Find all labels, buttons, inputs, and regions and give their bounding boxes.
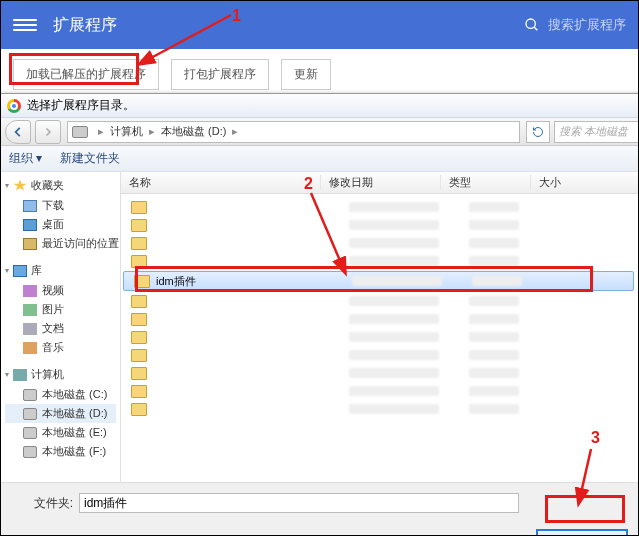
selected-folder-name: idm插件: [156, 274, 336, 289]
new-folder-button[interactable]: 新建文件夹: [60, 150, 120, 167]
list-item[interactable]: [121, 310, 639, 328]
sidebar-item-drive-d[interactable]: 本地磁盘 (D:): [5, 404, 116, 423]
organize-menu[interactable]: 组织 ▾: [9, 150, 42, 167]
dialog-title-text: 选择扩展程序目录。: [27, 97, 135, 114]
sidebar-item-pictures[interactable]: 图片: [5, 300, 116, 319]
folder-icon: [134, 275, 150, 288]
sidebar-item-videos[interactable]: 视频: [5, 281, 116, 300]
desktop-icon: [23, 219, 37, 231]
download-icon: [23, 200, 37, 212]
update-button[interactable]: 更新: [281, 59, 331, 90]
computer-icon: [13, 369, 27, 381]
list-item[interactable]: [121, 382, 639, 400]
document-icon: [23, 323, 37, 335]
folder-icon: [131, 385, 147, 398]
star-icon: [13, 180, 27, 192]
list-item[interactable]: [121, 400, 639, 418]
sidebar-head-favorites[interactable]: ▾收藏夹: [5, 178, 116, 193]
folder-icon: [131, 237, 147, 250]
music-icon: [23, 342, 37, 354]
col-name[interactable]: 名称: [121, 175, 321, 190]
folder-label: 文件夹:: [13, 495, 73, 512]
chrome-header: 扩展程序 搜索扩展程序: [1, 1, 638, 49]
nav-bar: ▸ 计算机 ▸ 本地磁盘 (D:) ▸ 搜索 本地磁盘: [1, 118, 639, 146]
folder-icon: [131, 349, 147, 362]
sidebar-item-downloads[interactable]: 下载: [5, 196, 116, 215]
load-unpacked-button[interactable]: 加载已解压的扩展程序: [13, 59, 159, 90]
list-item[interactable]: [121, 364, 639, 382]
arrow-left-icon: [11, 125, 25, 139]
list-item-selected[interactable]: idm插件: [123, 271, 634, 291]
sidebar-head-computer[interactable]: ▾计算机: [5, 367, 116, 382]
chrome-favicon-icon: [7, 99, 21, 113]
list-item[interactable]: [121, 198, 639, 216]
svg-line-1: [534, 27, 537, 30]
list-item[interactable]: [121, 328, 639, 346]
search-box[interactable]: 搜索扩展程序: [524, 16, 626, 34]
arrow-right-icon: [42, 126, 54, 138]
drive-icon: [23, 408, 37, 420]
col-size[interactable]: 大小: [531, 175, 639, 190]
folder-icon: [131, 255, 147, 268]
crumb-computer[interactable]: 计算机: [110, 124, 143, 139]
folder-input[interactable]: [79, 493, 519, 513]
nav-forward-button[interactable]: [35, 120, 61, 144]
pack-button[interactable]: 打包扩展程序: [171, 59, 269, 90]
column-headers: 名称 修改日期 类型 大小: [121, 172, 639, 194]
search-placeholder: 搜索扩展程序: [548, 16, 626, 34]
drive-icon: [23, 389, 37, 401]
sidebar-item-drive-f[interactable]: 本地磁盘 (F:): [5, 442, 116, 461]
breadcrumb[interactable]: ▸ 计算机 ▸ 本地磁盘 (D:) ▸: [67, 121, 520, 143]
list-item[interactable]: [121, 216, 639, 234]
search-icon: [524, 17, 540, 33]
sidebar-item-recent[interactable]: 最近访问的位置: [5, 234, 116, 253]
list-item[interactable]: [121, 292, 639, 310]
svg-point-0: [526, 19, 535, 28]
page-title: 扩展程序: [53, 15, 524, 36]
col-type[interactable]: 类型: [441, 175, 531, 190]
drive-icon: [23, 446, 37, 458]
rows-container: idm插件: [121, 194, 639, 422]
folder-icon: [131, 219, 147, 232]
library-icon: [13, 265, 27, 277]
refresh-button[interactable]: [526, 121, 550, 143]
crumb-drive[interactable]: 本地磁盘 (D:): [161, 124, 226, 139]
file-list: 名称 修改日期 类型 大小 idm插件: [121, 172, 639, 482]
folder-icon: [131, 367, 147, 380]
list-item[interactable]: [121, 252, 639, 270]
refresh-icon: [532, 126, 544, 138]
drive-icon: [23, 427, 37, 439]
folder-icon: [131, 295, 147, 308]
sidebar-item-music[interactable]: 音乐: [5, 338, 116, 357]
folder-icon: [131, 313, 147, 326]
list-item[interactable]: [121, 234, 639, 252]
nav-back-button[interactable]: [5, 120, 31, 144]
sidebar: ▾收藏夹 下载 桌面 最近访问的位置 ▾库 视频 图片 文档 音乐 ▾计算机 本…: [1, 172, 121, 482]
menu-icon[interactable]: [13, 19, 37, 31]
sidebar-item-drive-e[interactable]: 本地磁盘 (E:): [5, 423, 116, 442]
drive-icon: [72, 126, 88, 138]
col-date[interactable]: 修改日期: [321, 175, 441, 190]
folder-icon: [131, 331, 147, 344]
sidebar-item-documents[interactable]: 文档: [5, 319, 116, 338]
folder-dialog: 选择扩展程序目录。 ▸ 计算机 ▸ 本地磁盘 (D:) ▸ 搜索 本地磁盘 组织…: [1, 93, 639, 535]
dialog-main: ▾收藏夹 下载 桌面 最近访问的位置 ▾库 视频 图片 文档 音乐 ▾计算机 本…: [1, 172, 639, 482]
dialog-titlebar: 选择扩展程序目录。: [1, 94, 639, 118]
sidebar-item-desktop[interactable]: 桌面: [5, 215, 116, 234]
select-folder-button[interactable]: 选择文件夹: [536, 529, 628, 536]
organize-bar: 组织 ▾ 新建文件夹: [1, 146, 639, 172]
list-item[interactable]: [121, 346, 639, 364]
dialog-footer: 文件夹: 选择文件夹: [1, 482, 639, 536]
sidebar-head-libraries[interactable]: ▾库: [5, 263, 116, 278]
recent-icon: [23, 238, 37, 250]
location-search-input[interactable]: 搜索 本地磁盘: [554, 121, 639, 143]
folder-icon: [131, 403, 147, 416]
sidebar-item-drive-c[interactable]: 本地磁盘 (C:): [5, 385, 116, 404]
folder-icon: [131, 201, 147, 214]
picture-icon: [23, 304, 37, 316]
video-icon: [23, 285, 37, 297]
